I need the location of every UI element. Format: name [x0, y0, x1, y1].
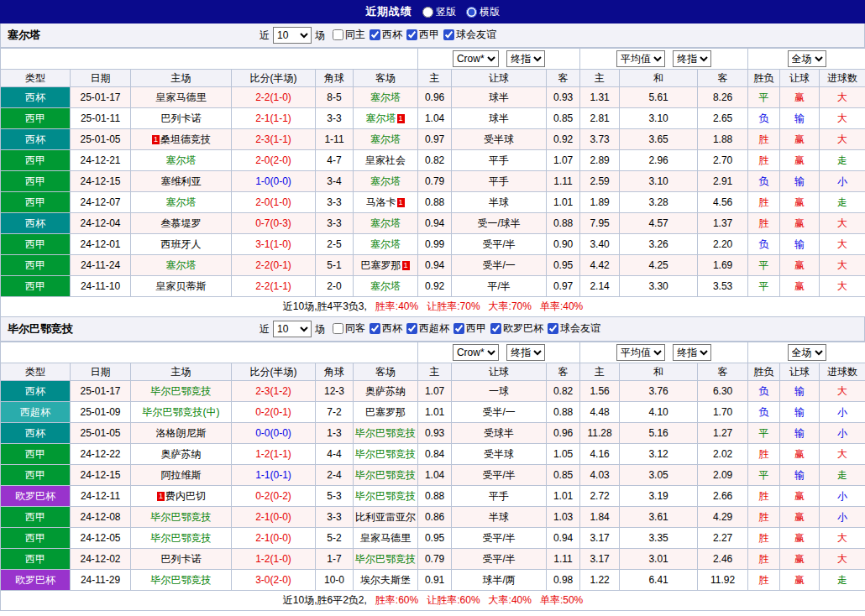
league-filter-checkbox[interactable]: 西甲	[453, 321, 486, 336]
avg-draw-odds: 3.01	[620, 549, 698, 570]
corner-score: 3-3	[316, 507, 354, 528]
result-outcome: 负	[748, 234, 780, 255]
team-link[interactable]: 塞尔塔	[166, 259, 197, 271]
team-link[interactable]: 奥萨苏纳	[161, 448, 202, 460]
layout-horizontal-radio[interactable]	[466, 7, 477, 18]
league-filter-checkbox-input[interactable]	[333, 29, 343, 40]
team-link[interactable]: 毕尔巴鄂竞技	[355, 469, 416, 481]
team-link[interactable]: 毕尔巴鄂竞技	[151, 385, 212, 397]
league-filter-checkbox-input[interactable]	[548, 323, 558, 334]
corner-score: 3-3	[316, 213, 354, 234]
team-link[interactable]: 塞维利亚	[161, 175, 202, 187]
league-filter-checkbox-input[interactable]	[443, 29, 454, 40]
team-link[interactable]: 马洛卡	[366, 196, 396, 208]
avg-time-select[interactable]: 终指	[673, 50, 711, 67]
avg-source-select[interactable]: 平均值	[616, 50, 665, 67]
team-link[interactable]: 桑坦德竞技	[160, 133, 211, 145]
league-filter-checkbox-input[interactable]	[370, 323, 380, 334]
team-link[interactable]: 塞尔塔	[370, 280, 401, 292]
match-row: 西甲24-12-15阿拉维斯1-1(0-1)2-4毕尔巴鄂竞技1.04受平/半0…	[1, 465, 865, 486]
league-filter-checkbox[interactable]: 同主	[333, 28, 365, 42]
result-goals: 大	[820, 381, 865, 402]
team-link[interactable]: 毕尔巴鄂竞技	[355, 553, 416, 565]
team-link[interactable]: 塞尔塔	[370, 238, 401, 250]
match-score: 2-2(0-1)	[232, 255, 316, 276]
odds-time-select[interactable]: 终指	[506, 50, 545, 67]
team-link[interactable]: 奥萨苏纳	[365, 385, 406, 397]
result-outcome: 平	[748, 255, 780, 276]
odds-source-select[interactable]: Crow*	[453, 344, 499, 361]
team-link[interactable]: 阿拉维斯	[161, 469, 202, 481]
team-link[interactable]: 西班牙人	[161, 238, 202, 250]
home-team: 巴列卡诺	[131, 108, 232, 129]
scope-select[interactable]: 全场	[788, 50, 826, 67]
layout-vertical-radio[interactable]	[422, 7, 433, 18]
games-count-select[interactable]: 10	[273, 321, 312, 337]
team-link[interactable]: 毕尔巴鄂竞技	[355, 490, 416, 502]
games-count-select[interactable]: 10	[273, 27, 312, 44]
league-filter-label: 球会友谊	[560, 321, 600, 336]
team-link[interactable]: 毕尔巴鄂竞技	[151, 574, 212, 586]
league-filter-checkbox[interactable]: 同客	[333, 321, 365, 336]
home-team: 1桑坦德竞技	[131, 129, 232, 150]
team-link[interactable]: 毕尔巴鄂竞技	[151, 532, 212, 544]
team-link[interactable]: 皇家社会	[365, 154, 406, 166]
away-odds: 1.01	[547, 486, 580, 507]
league-type-badge: 西杯	[1, 87, 71, 108]
league-filter-checkbox[interactable]: 西杯	[370, 321, 402, 336]
away-odds: 0.94	[547, 528, 580, 549]
league-filter-checkbox-input[interactable]	[406, 323, 417, 334]
league-filter-checkbox[interactable]: 欧罗巴杯	[490, 321, 543, 336]
team-link[interactable]: 塞尔塔	[370, 175, 401, 187]
result-handicap: 输	[780, 381, 820, 402]
team-link[interactable]: 塞尔塔	[370, 91, 401, 103]
team-link[interactable]: 毕尔巴鄂竞技	[151, 511, 212, 523]
team-link[interactable]: 洛格朗尼斯	[156, 427, 207, 439]
scope-select[interactable]: 全场	[788, 344, 826, 361]
team-link[interactable]: 毕尔巴鄂竞技(中)	[143, 406, 220, 418]
avg-source-select[interactable]: 平均值	[616, 344, 665, 361]
league-filter-checkbox-input[interactable]	[333, 323, 343, 334]
team-link[interactable]: 塞尔塔	[366, 112, 396, 124]
league-filter-checkbox-input[interactable]	[490, 323, 501, 334]
league-filter-checkbox-input[interactable]	[453, 323, 464, 334]
league-filter-checkbox[interactable]: 西甲	[406, 28, 439, 42]
odds-source-select[interactable]: Crow*	[453, 50, 499, 67]
result-outcome: 平	[748, 87, 780, 108]
league-filter-checkbox[interactable]: 球会友谊	[548, 321, 600, 336]
league-filter-checkbox[interactable]: 西超杯	[406, 321, 449, 336]
team-link[interactable]: 埃尔夫斯堡	[360, 574, 411, 586]
result-outcome: 负	[748, 381, 780, 402]
team-link[interactable]: 费内巴切	[165, 490, 206, 502]
team-link[interactable]: 巴列卡诺	[161, 112, 202, 124]
league-filter-checkbox[interactable]: 球会友谊	[443, 28, 496, 42]
team-link[interactable]: 比利亚雷亚尔	[355, 511, 416, 523]
match-score: 2-3(1-2)	[232, 381, 316, 402]
column-header: 胜负	[748, 363, 780, 381]
team-link[interactable]: 塞尔塔	[166, 196, 197, 208]
team-link[interactable]: 巴塞罗那	[365, 406, 406, 418]
league-filter-checkbox-input[interactable]	[370, 29, 380, 40]
team-link[interactable]: 皇家马德里	[156, 91, 207, 103]
league-filter-checkbox-input[interactable]	[406, 29, 417, 40]
corner-score: 4-4	[316, 444, 354, 465]
team-link[interactable]: 毕尔巴鄂竞技	[355, 448, 416, 460]
team-link[interactable]: 巴塞罗那	[361, 259, 401, 271]
team-link[interactable]: 毕尔巴鄂竞技	[355, 427, 416, 439]
team-link[interactable]: 叁慕堤罗	[161, 217, 202, 229]
layout-option-horizontal[interactable]: 横版	[466, 5, 500, 19]
layout-option-vertical[interactable]: 竖版	[422, 5, 456, 19]
away-team: 塞尔塔	[354, 276, 418, 297]
team-link[interactable]: 皇家贝蒂斯	[156, 280, 207, 292]
avg-time-select[interactable]: 终指	[673, 344, 711, 361]
team-link[interactable]: 塞尔塔	[370, 133, 401, 145]
team-link[interactable]: 塞尔塔	[166, 154, 197, 166]
team-link[interactable]: 皇家马德里	[360, 532, 411, 544]
team-link[interactable]: 塞尔塔	[370, 217, 401, 229]
match-row: 西甲24-11-24塞尔塔2-2(0-1)5-1巴塞罗那10.94受半/一0.9…	[1, 255, 865, 276]
odds-time-select[interactable]: 终指	[506, 344, 545, 361]
league-filter-checkbox[interactable]: 西杯	[370, 28, 402, 42]
result-goals: 大	[820, 444, 865, 465]
corner-score: 5-2	[316, 528, 354, 549]
team-link[interactable]: 巴列卡诺	[161, 553, 202, 565]
